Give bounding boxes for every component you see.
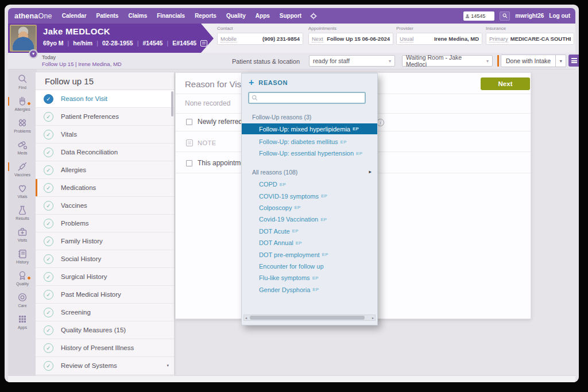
person-icon xyxy=(465,14,470,18)
encounter-link[interactable]: Follow Up 15 | Irene Medina, MD xyxy=(42,61,122,67)
nav-item-reports[interactable]: Reports xyxy=(195,13,216,19)
reason-option-gender-dysphoria[interactable]: Gender DysphoriaEP xyxy=(259,284,328,296)
athenaone-logo[interactable]: athenaOne xyxy=(14,12,52,20)
rail-item-problems[interactable]: Problems xyxy=(8,117,37,139)
checklist-item-family-history[interactable]: Family History xyxy=(36,232,174,250)
patient-location-select[interactable]: Waiting Room - Jake Medloci xyxy=(402,55,493,67)
rail-item-allergies[interactable]: Allergies xyxy=(8,95,37,117)
ep-tag: EP xyxy=(312,275,319,281)
scrollbar-thumb[interactable] xyxy=(250,316,365,320)
checklist-item-patient-preferences[interactable]: Patient Preferences xyxy=(36,108,174,126)
checklist-item-data-reconciliation[interactable]: Data Reconciliation xyxy=(36,143,174,161)
rail-item-care[interactable]: Care xyxy=(8,292,37,313)
nav-item-claims[interactable]: Claims xyxy=(128,13,147,19)
all-reasons-list: COPDEP COVID-19 symptomsEP ColposcopyEP … xyxy=(259,178,328,296)
patient-dob: 02-28-1955 xyxy=(102,40,133,46)
ep-tag: EP xyxy=(322,252,328,257)
logout-link[interactable]: Log out xyxy=(549,13,570,19)
checklist-item-screening[interactable]: Screening xyxy=(36,304,174,321)
appointments-box[interactable]: Next Follow Up 15 06-06-2024 xyxy=(308,33,393,45)
gear-icon[interactable] xyxy=(310,13,317,20)
patient-search-box[interactable] xyxy=(463,11,494,21)
rail-item-vaccines[interactable]: Vaccines xyxy=(8,161,37,183)
rail-item-meds[interactable]: Meds xyxy=(8,139,37,161)
checklist-item-review-of-systems[interactable]: Review of Systems▾ xyxy=(36,357,174,375)
checklist-item-surgical-history[interactable]: Surgical History xyxy=(36,268,174,286)
pill-icon xyxy=(17,139,28,150)
checklist-item-social-history[interactable]: Social History xyxy=(36,250,174,268)
checklist-item-medications[interactable]: Medications xyxy=(36,179,174,197)
add-reason-button[interactable]: + REASON xyxy=(249,79,288,87)
rail-item-vitals[interactable]: Vitals xyxy=(8,183,37,204)
this-appointment-checkbox[interactable] xyxy=(186,160,192,166)
provider-box[interactable]: Usual Irene Medina, MD xyxy=(396,33,482,45)
done-with-intake-caret[interactable] xyxy=(555,55,566,67)
scroll-down-arrow[interactable]: ▾ xyxy=(167,363,169,368)
nav-item-financials[interactable]: Financials xyxy=(157,13,185,19)
reason-option-dot-annual[interactable]: DOT AnnualEP xyxy=(259,237,328,249)
all-reasons-header[interactable]: All reasons (108) ▸ xyxy=(252,169,372,176)
rail-item-visits[interactable]: Visits xyxy=(8,226,37,248)
checklist-item-allergies[interactable]: Allergies xyxy=(36,161,174,179)
note-button[interactable]: NOTE xyxy=(186,139,216,146)
rail-item-apps[interactable]: Apps xyxy=(8,313,37,335)
checklist-item-history-of-present-illness[interactable]: History of Present Illness xyxy=(36,339,174,357)
chart-menu-button[interactable] xyxy=(568,55,579,67)
ep-tag: EP xyxy=(292,228,299,234)
nav-item-calendar[interactable]: Calendar xyxy=(62,13,87,19)
checklist-item-problems[interactable]: Problems xyxy=(36,215,174,232)
reason-search-box[interactable] xyxy=(248,92,366,104)
insurance-box[interactable]: Primary MEDICARE-CA SOUTHERN (... xyxy=(486,33,574,45)
newly-referred-checkbox[interactable] xyxy=(186,119,192,125)
reason-option-covid19-symptoms[interactable]: COVID-19 symptomsEP xyxy=(259,190,328,201)
next-button[interactable]: Next xyxy=(481,77,530,90)
reason-search-input[interactable] xyxy=(260,95,357,101)
check-icon xyxy=(44,183,53,193)
reason-option-essential-hypertension[interactable]: Follow-Up: essential hypertension EP xyxy=(259,148,362,159)
nav-item-apps[interactable]: Apps xyxy=(256,13,270,19)
rail-item-results[interactable]: Results xyxy=(8,204,37,226)
reason-option-dot-pre-employment[interactable]: DOT pre-employmentEP xyxy=(259,249,328,260)
contact-group: Contact Mobile (909) 231-9854 xyxy=(217,26,303,45)
heart-icon xyxy=(17,183,28,194)
nav-right-group: mwright26 Log out xyxy=(463,11,570,21)
rail-item-quality[interactable]: Quality xyxy=(8,270,37,292)
reason-option-flu-like-symptoms[interactable]: Flu-like symptomsEP xyxy=(259,272,328,284)
top-nav: athenaOne Calendar Patients Claims Finan… xyxy=(8,8,575,24)
hamburger-icon xyxy=(571,58,577,63)
contact-box[interactable]: Mobile (909) 231-9854 xyxy=(217,33,303,45)
checklist-scrollbar[interactable] xyxy=(171,91,173,117)
rail-item-find[interactable]: Find xyxy=(8,73,37,95)
apps-grid-icon xyxy=(17,313,28,325)
dropdown-horizontal-scrollbar[interactable]: ◂ ▸ xyxy=(243,315,376,321)
rail-item-history[interactable]: History xyxy=(8,248,37,270)
nav-item-quality[interactable]: Quality xyxy=(226,13,246,19)
reason-option-diabetes-mellitus[interactable]: Follow-Up: diabetes mellitus EP xyxy=(259,136,347,148)
patient-status-select[interactable]: ready for staff xyxy=(309,55,395,67)
username-menu[interactable]: mwright26 xyxy=(515,13,544,19)
checklist-item-past-medical-history[interactable]: Past Medical History xyxy=(36,286,174,304)
checklist-item-quality-measures[interactable]: Quality Measures (15) xyxy=(36,321,174,339)
checklist-item-vitals[interactable]: Vitals xyxy=(36,126,174,143)
reason-option-colposcopy[interactable]: ColposcopyEP xyxy=(259,202,328,214)
reason-option-copd[interactable]: COPDEP xyxy=(259,178,328,190)
search-icon xyxy=(502,13,508,18)
reason-option-covid19-vaccination[interactable]: Covid-19 VaccinationEP xyxy=(259,214,328,225)
page-horizontal-scroll-track[interactable] xyxy=(8,375,575,382)
nav-item-patients[interactable]: Patients xyxy=(96,13,119,19)
reason-option-mixed-hyperlipidemia[interactable]: Follow-Up: mixed hyperlipidemia EP xyxy=(242,123,377,134)
check-icon xyxy=(44,308,53,317)
scroll-left-arrow[interactable]: ◂ xyxy=(245,316,247,320)
nav-item-support[interactable]: Support xyxy=(280,13,301,19)
hand-icon xyxy=(17,95,28,107)
done-with-intake-button[interactable]: Done with Intake xyxy=(501,55,566,67)
patient-card-icon[interactable] xyxy=(200,40,207,46)
reason-option-encounter-for-follow-up[interactable]: Encounter for follow up xyxy=(259,261,328,272)
provider-value: Irene Medina, MD xyxy=(434,36,479,42)
reason-option-dot-acute[interactable]: DOT AcuteEP xyxy=(259,226,328,237)
checklist-item-vaccines[interactable]: Vaccines xyxy=(36,197,174,215)
search-button[interactable] xyxy=(500,11,510,21)
checklist-item-reason-for-visit[interactable]: Reason for Visit xyxy=(36,90,174,108)
scroll-right-arrow[interactable]: ▸ xyxy=(372,316,374,320)
search-input[interactable] xyxy=(471,13,492,19)
